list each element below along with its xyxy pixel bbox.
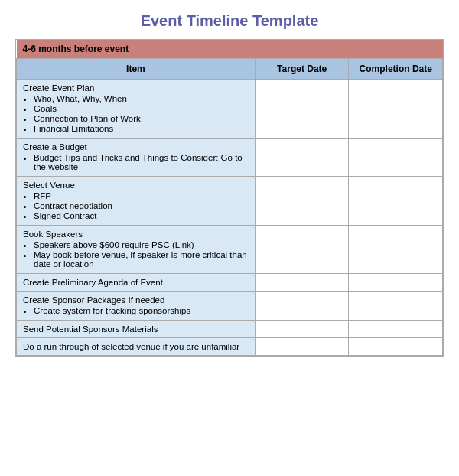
item-cell: Do a run through of selected venue if yo… xyxy=(17,338,256,356)
item-cell: Create Preliminary Agenda of Event xyxy=(17,274,256,292)
item-title: Do a run through of selected venue if yo… xyxy=(23,342,239,351)
list-item: Signed Contract xyxy=(34,211,249,220)
target-date-cell xyxy=(255,139,349,177)
item-title: Create Sponsor Packages If needed xyxy=(23,295,164,305)
list-item: Financial Limitations xyxy=(34,124,249,133)
item-title: Create Preliminary Agenda of Event xyxy=(23,278,163,287)
item-bullets: RFPContract negotiationSigned Contract xyxy=(34,191,249,220)
target-date-cell xyxy=(255,274,349,292)
list-item: Contract negotiation xyxy=(34,201,249,210)
header-target-date: Target Date xyxy=(255,59,349,80)
completion-date-cell xyxy=(349,80,443,139)
column-header-row: Item Target Date Completion Date xyxy=(17,59,443,80)
item-bullets: Who, What, Why, WhenGoalsConnection to P… xyxy=(34,94,249,133)
table-row: Create Event PlanWho, What, Why, WhenGoa… xyxy=(17,80,443,139)
target-date-cell xyxy=(255,80,349,139)
item-cell: Create Event PlanWho, What, Why, WhenGoa… xyxy=(17,80,256,139)
completion-date-cell xyxy=(349,139,443,177)
list-item: RFP xyxy=(34,191,249,201)
page-title: Event Timeline Template xyxy=(15,12,444,30)
item-title: Select Venue xyxy=(23,181,75,190)
completion-date-cell xyxy=(349,274,443,292)
item-title: Create a Budget xyxy=(23,142,87,152)
item-title: Create Event Plan xyxy=(23,83,94,93)
page: Event Timeline Template 4-6 months befor… xyxy=(0,0,459,372)
table-row: Create Sponsor Packages If neededCreate … xyxy=(17,292,443,321)
item-title: Book Speakers xyxy=(23,230,83,239)
list-item: Connection to Plan of Work xyxy=(34,114,249,123)
item-title: Send Potential Sponsors Materials xyxy=(23,324,158,334)
target-date-cell xyxy=(255,177,349,226)
completion-date-cell xyxy=(349,226,443,274)
timeline-table: 4-6 months before event Item Target Date… xyxy=(16,40,443,356)
target-date-cell xyxy=(255,338,349,356)
list-item: May book before venue, if speaker is mor… xyxy=(34,250,249,269)
target-date-cell xyxy=(255,321,349,338)
table-row: Send Potential Sponsors Materials xyxy=(17,321,443,338)
item-cell: Create a BudgetBudget Tips and Tricks an… xyxy=(17,139,256,177)
header-item: Item xyxy=(17,59,256,80)
list-item: Goals xyxy=(34,104,249,113)
item-cell: Send Potential Sponsors Materials xyxy=(17,321,256,338)
item-cell: Select VenueRFPContract negotiationSigne… xyxy=(17,177,256,226)
target-date-cell xyxy=(255,292,349,321)
section-label: 4-6 months before event xyxy=(17,40,443,59)
table-row: Book SpeakersSpeakers above $600 require… xyxy=(17,226,443,274)
item-bullets: Create system for tracking sponsorships xyxy=(34,306,249,315)
item-cell: Create Sponsor Packages If neededCreate … xyxy=(17,292,256,321)
section-header-row: 4-6 months before event xyxy=(17,40,443,59)
list-item: Who, What, Why, When xyxy=(34,94,249,103)
table-row: Create a BudgetBudget Tips and Tricks an… xyxy=(17,139,443,177)
table-row: Select VenueRFPContract negotiationSigne… xyxy=(17,177,443,226)
table-row: Create Preliminary Agenda of Event xyxy=(17,274,443,292)
item-bullets: Speakers above $600 require PSC (Link)Ma… xyxy=(34,240,249,269)
item-cell: Book SpeakersSpeakers above $600 require… xyxy=(17,226,256,274)
timeline-table-wrapper: 4-6 months before event Item Target Date… xyxy=(15,39,444,357)
target-date-cell xyxy=(255,226,349,274)
completion-date-cell xyxy=(349,292,443,321)
item-bullets: Budget Tips and Tricks and Things to Con… xyxy=(34,153,249,171)
list-item: Budget Tips and Tricks and Things to Con… xyxy=(34,153,249,171)
header-completion-date: Completion Date xyxy=(349,59,443,80)
completion-date-cell xyxy=(349,321,443,338)
completion-date-cell xyxy=(349,177,443,226)
list-item: Create system for tracking sponsorships xyxy=(34,306,249,315)
table-row: Do a run through of selected venue if yo… xyxy=(17,338,443,356)
list-item: Speakers above $600 require PSC (Link) xyxy=(34,240,249,249)
completion-date-cell xyxy=(349,338,443,356)
